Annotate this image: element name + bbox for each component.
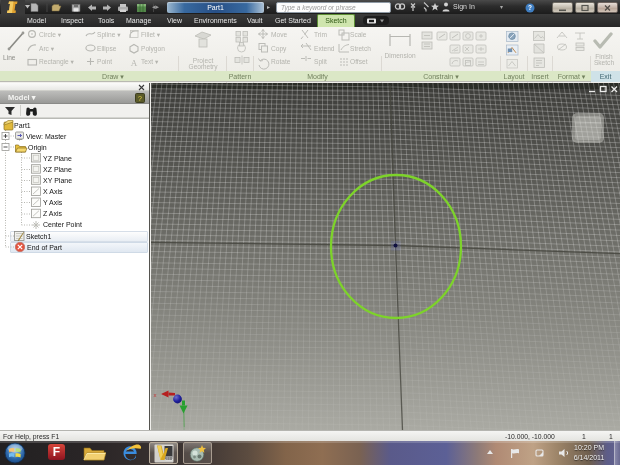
svg-text:A: A (131, 58, 138, 68)
svg-text:?: ? (528, 4, 532, 11)
svg-text:x: x (154, 392, 157, 398)
svg-text:?: ? (138, 94, 142, 101)
